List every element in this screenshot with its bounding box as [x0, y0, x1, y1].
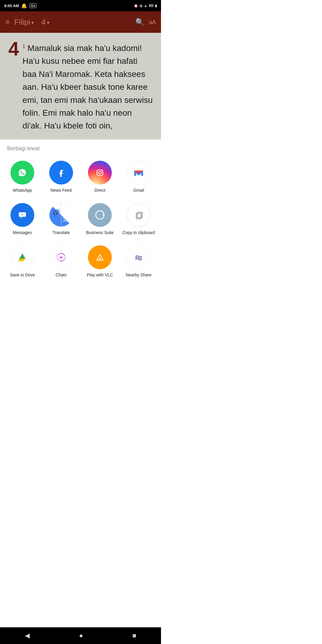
vlc-label: Play with VLC [87, 272, 113, 278]
app-bar: ≡ Filipi ▾ 4 ▾ 🔍 aA [0, 11, 161, 33]
share-item-translate[interactable]: G 𝒢 文 G Translate [42, 199, 80, 239]
chats-label: Chats [56, 272, 67, 278]
share-item-messages[interactable]: ≡ Messages [3, 199, 42, 239]
translate-label: Translate [52, 230, 70, 235]
clipboard-icon [127, 203, 151, 227]
share-item-nearby[interactable]: Nearby Share [119, 242, 158, 281]
share-item-vlc[interactable]: Play with VLC [80, 242, 119, 281]
share-item-newsfeed[interactable]: News Feed [42, 157, 80, 196]
translate-icon: G 𝒢 文 G [49, 203, 73, 227]
svg-point-5 [101, 170, 102, 171]
svg-point-19 [93, 208, 107, 222]
business-icon [88, 203, 112, 227]
translate-icon: Gx [30, 3, 36, 8]
newsfeed-icon [49, 161, 73, 185]
battery-icon: ▮ [155, 4, 157, 8]
share-item-clipboard[interactable]: Copy to clipboard [119, 199, 158, 239]
4g-label: 4G [149, 4, 154, 8]
verse-text: 1 Mamaluk sia mak ha'u kadomi! Ha'u kusu… [23, 42, 153, 132]
signal-icon: ▲ [144, 4, 147, 7]
notification-icon: 🔔 [21, 3, 27, 9]
whatsapp-icon [10, 161, 34, 185]
nearby-label: Nearby Share [126, 272, 151, 278]
share-item-business[interactable]: Business Suite [80, 199, 119, 239]
drive-icon [10, 245, 34, 269]
svg-point-2 [93, 166, 107, 179]
bible-content: 4 1 Mamaluk sia mak ha'u kadomi! Ha'u ku… [0, 33, 161, 140]
whatsapp-label: WhatsApp [13, 188, 32, 193]
svg-text:G: G [53, 209, 58, 216]
svg-text:≡: ≡ [21, 213, 23, 216]
chapter-selector[interactable]: 4 ▾ [41, 18, 49, 27]
svg-point-4 [98, 171, 101, 174]
verse-number: 1 [23, 44, 25, 49]
nearby-icon [127, 245, 151, 269]
status-time: 9:05 AM [4, 4, 19, 8]
share-title: Berbagi lewat [0, 145, 161, 157]
svg-point-36 [132, 250, 145, 264]
gmail-label: Gmail [133, 188, 144, 193]
svg-text:文: 文 [62, 217, 68, 223]
hotspot-icon: ◎ [140, 4, 143, 8]
drive-label: Save to Drive [10, 272, 35, 278]
search-icon[interactable]: 🔍 [135, 18, 144, 26]
svg-point-35 [99, 258, 101, 260]
status-bar: 9:05 AM 🔔 Gx ⏰ ◎ ▲ 4G ▮ [0, 0, 161, 11]
direct-label: Direct [95, 188, 106, 193]
messages-icon: ≡ [10, 203, 34, 227]
share-item-whatsapp[interactable]: WhatsApp [3, 157, 42, 196]
chapter-dropdown-icon[interactable]: ▾ [47, 19, 49, 26]
book-title[interactable]: Filipi ▾ [14, 18, 34, 27]
share-sheet: Berbagi lewat WhatsApp News Feed [0, 140, 161, 284]
chats-icon [49, 245, 73, 269]
messages-label: Messages [13, 230, 32, 235]
share-grid: WhatsApp News Feed Direct [0, 157, 161, 281]
share-item-gmail[interactable]: Gmail [119, 157, 158, 196]
vlc-icon [88, 245, 112, 269]
alarm-icon: ⏰ [134, 4, 138, 8]
direct-icon [88, 161, 112, 185]
share-item-direct[interactable]: Direct [80, 157, 119, 196]
gmail-icon [127, 161, 151, 185]
share-item-chats[interactable]: Chats [42, 242, 80, 281]
svg-point-22 [132, 208, 145, 222]
chapter-number: 4 [8, 39, 19, 58]
newsfeed-label: News Feed [51, 188, 72, 193]
font-size-icon[interactable]: aA [149, 19, 156, 26]
share-item-drive[interactable]: Save to Drive [3, 242, 42, 281]
business-label: Business Suite [86, 230, 114, 235]
clipboard-label: Copy to clipboard [123, 230, 155, 235]
title-dropdown-icon[interactable]: ▾ [31, 19, 34, 26]
menu-icon[interactable]: ≡ [5, 18, 10, 26]
